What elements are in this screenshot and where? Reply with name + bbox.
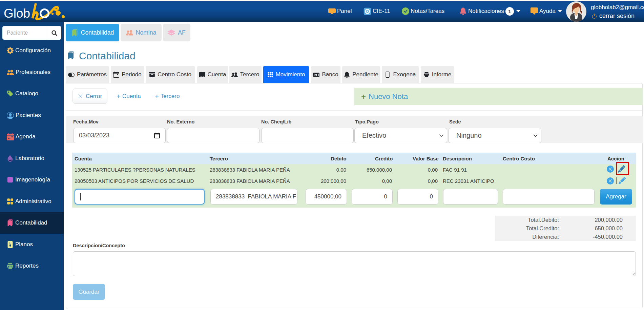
svg-text:Glob: Glob: [4, 6, 30, 20]
